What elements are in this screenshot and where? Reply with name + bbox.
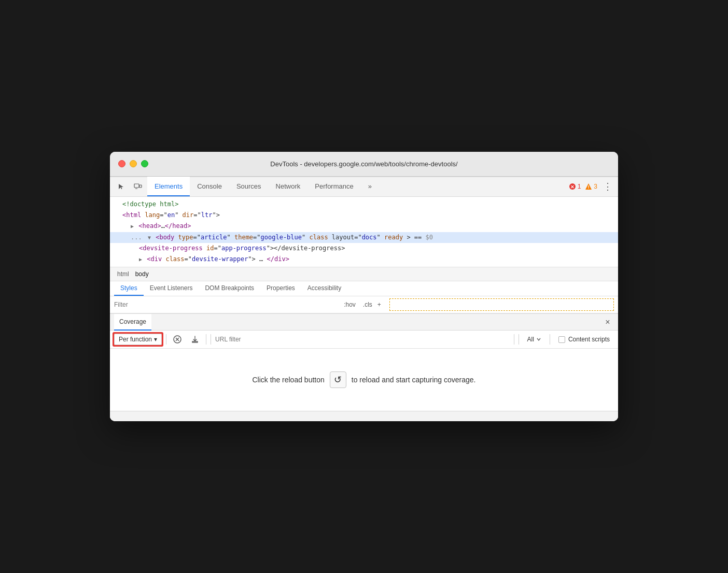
breadcrumb-html[interactable]: html [114, 269, 132, 279]
traffic-lights [118, 160, 148, 167]
coverage-content-area: Click the reload button ↻ to reload and … [110, 349, 618, 411]
hov-button[interactable]: :hov [342, 300, 358, 309]
minimize-button[interactable] [130, 160, 137, 167]
dom-devsite-progress: <devsite-progress id="app-progress"></de… [110, 243, 618, 254]
dropdown-arrow-icon: ▾ [154, 336, 157, 343]
tab-more[interactable]: » [361, 177, 379, 196]
devtools-panel: Elements Console Sources Network Perform… [110, 177, 618, 421]
menu-button[interactable]: ⋮ [601, 180, 614, 193]
error-badge[interactable]: ✕ 1 [569, 183, 581, 190]
cursor-icon[interactable] [114, 179, 129, 194]
toolbar-separator-1 [166, 334, 166, 345]
coverage-toolbar: Per function ▾ [110, 331, 618, 349]
devtools-window: DevTools - developers.google.com/web/too… [110, 152, 618, 421]
content-scripts-checkbox-label[interactable]: Content scripts [554, 334, 614, 345]
styles-filter-input[interactable] [114, 301, 338, 308]
styles-tab-event-listeners[interactable]: Event Listeners [144, 281, 199, 296]
cls-button[interactable]: .cls [361, 300, 374, 309]
drawer-tabs-bar: Coverage × [110, 314, 618, 331]
styles-tabs: Styles Event Listeners DOM Breakpoints P… [110, 281, 618, 296]
styles-panel: Styles Event Listeners DOM Breakpoints P… [110, 281, 618, 313]
maximize-button[interactable] [141, 160, 148, 167]
styles-tab-dom-breakpoints[interactable]: DOM Breakpoints [199, 281, 260, 296]
svg-text:✕: ✕ [570, 184, 575, 190]
all-dropdown[interactable]: All [523, 334, 545, 345]
reload-message: Click the reload button ↻ to reload and … [252, 371, 475, 388]
bottom-status-bar [110, 411, 618, 421]
toolbar-separator-2 [206, 334, 206, 345]
svg-rect-1 [139, 185, 142, 188]
tab-console[interactable]: Console [190, 177, 229, 196]
reload-button[interactable]: ↻ [330, 371, 346, 388]
add-style-button[interactable]: + [377, 301, 381, 308]
dashed-area [389, 298, 614, 311]
breadcrumb: html body [110, 267, 618, 281]
drawer-tab-coverage[interactable]: Coverage [114, 314, 151, 331]
dom-head: ▶ <head>…</head> [110, 221, 618, 232]
per-function-dropdown[interactable]: Per function ▾ [114, 334, 162, 345]
main-tabs-bar: Elements Console Sources Network Perform… [110, 177, 618, 197]
coverage-tab-label: Coverage [119, 318, 146, 325]
styles-tab-styles[interactable]: Styles [114, 281, 144, 296]
svg-rect-0 [134, 184, 139, 188]
tab-elements[interactable]: Elements [147, 177, 190, 196]
breadcrumb-body[interactable]: body [132, 269, 152, 279]
dom-body[interactable]: ... ▼ <body type="article" theme="google… [110, 232, 618, 243]
dom-tree: <!doctype html> <html lang="en" dir="ltr… [110, 197, 618, 267]
warning-badge[interactable]: ! 3 [585, 183, 597, 190]
svg-text:!: ! [588, 184, 590, 190]
stop-recording-button[interactable] [171, 333, 184, 346]
content-scripts-checkbox[interactable] [558, 336, 565, 343]
dom-div: ▶ <div class="devsite-wrapper"> … </div> [110, 254, 618, 265]
toolbar-separator-3 [519, 334, 519, 345]
url-filter-input[interactable] [211, 334, 514, 345]
window-title: DevTools - developers.google.com/web/too… [270, 160, 457, 168]
tab-network[interactable]: Network [269, 177, 308, 196]
download-button[interactable] [188, 333, 202, 346]
per-function-wrapper: Per function ▾ [114, 334, 162, 345]
drawer-close-button[interactable]: × [601, 316, 614, 328]
dom-html: <html lang="en" dir="ltr"> [110, 210, 618, 221]
styles-filter-bar: :hov .cls + [110, 296, 618, 313]
all-dropdown-arrow-icon [536, 337, 541, 342]
titlebar: DevTools - developers.google.com/web/too… [110, 152, 618, 177]
tabs-right: ✕ 1 ! 3 ⋮ [569, 180, 614, 193]
tab-performance[interactable]: Performance [307, 177, 360, 196]
tab-sources[interactable]: Sources [229, 177, 269, 196]
dom-doctype: <!doctype html> [110, 199, 618, 210]
toolbar-separator-4 [550, 334, 550, 345]
filter-buttons: :hov .cls + [342, 300, 381, 309]
coverage-drawer: Coverage × Per function ▾ [110, 313, 618, 411]
device-icon[interactable] [131, 179, 145, 194]
close-button[interactable] [118, 160, 125, 167]
styles-tab-properties[interactable]: Properties [260, 281, 301, 296]
styles-tab-accessibility[interactable]: Accessibility [301, 281, 347, 296]
